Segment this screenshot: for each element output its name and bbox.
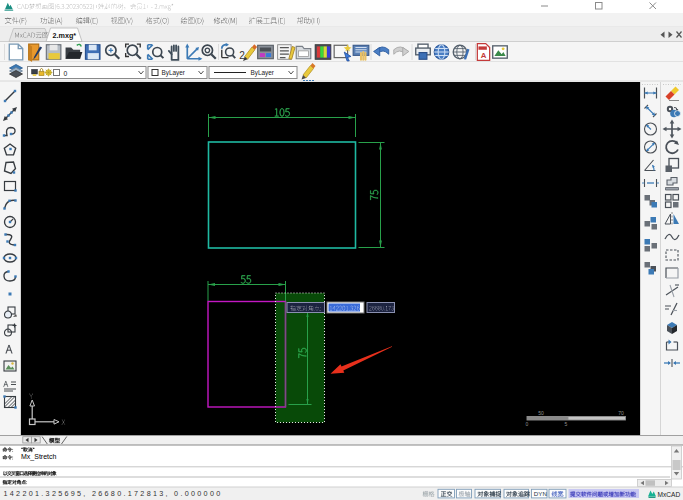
svg-text:142201.325695, 26680.172813,: 142201.325695, 26680.172813, 0.000000 [4, 489, 223, 498]
svg-text:0: 0 [526, 421, 529, 427]
svg-text:50: 50 [538, 410, 544, 416]
svg-text:5: 5 [565, 421, 568, 427]
svg-text:ByLayer: ByLayer [162, 69, 186, 77]
svg-text:A: A [481, 51, 487, 60]
svg-text:70: 70 [618, 410, 624, 416]
svg-text:MxCAD: MxCAD [658, 491, 681, 498]
svg-text:DYN: DYN [534, 490, 547, 497]
svg-text:0: 0 [64, 70, 68, 77]
svg-text:Mx_Stretch: Mx_Stretch [21, 453, 57, 461]
svg-text:ByLayer: ByLayer [251, 69, 275, 77]
svg-text:2.mxg*: 2.mxg* [53, 31, 77, 40]
